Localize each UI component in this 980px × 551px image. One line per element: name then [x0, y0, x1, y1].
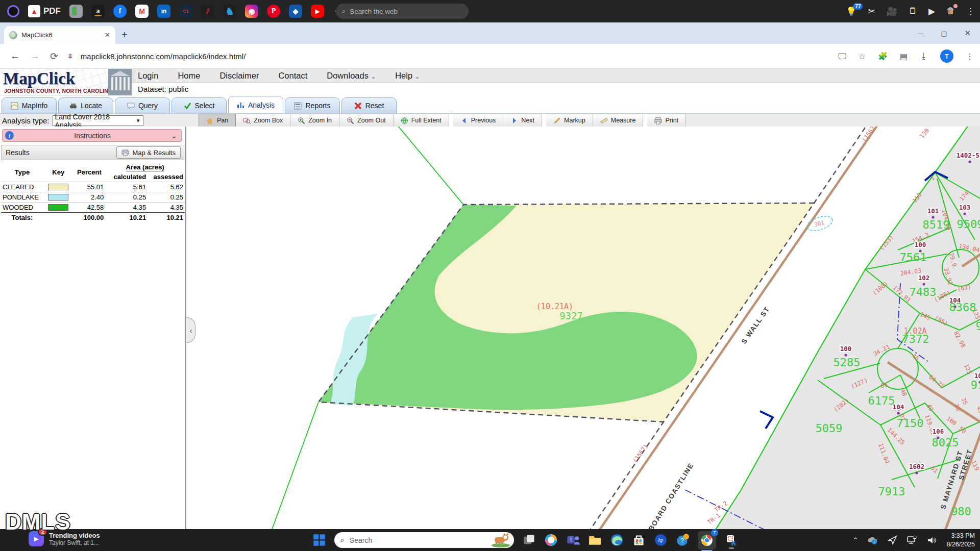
- file-explorer-icon[interactable]: [588, 533, 602, 547]
- full-extent-button[interactable]: Full Extent: [394, 114, 449, 127]
- clipboard-icon[interactable]: 🗒: [909, 6, 917, 16]
- tab-query[interactable]: Query: [115, 97, 170, 113]
- nav-home[interactable]: Home: [178, 71, 200, 81]
- running-app-indicator: [729, 547, 734, 549]
- facebook-icon[interactable]: f: [113, 5, 127, 18]
- zoom-out-button[interactable]: Zoom Out: [339, 114, 394, 127]
- copilot-icon[interactable]: [544, 533, 558, 547]
- edge-icon[interactable]: [610, 533, 624, 547]
- start-button[interactable]: [312, 533, 326, 547]
- tab-mapinfo[interactable]: MapInfo: [2, 97, 57, 113]
- ideas-icon[interactable]: 💡77: [846, 6, 856, 17]
- capital-one-icon[interactable]: C1: [179, 5, 192, 18]
- trash-icon[interactable]: 🗑: [946, 6, 955, 16]
- hp-support-icon[interactable]: ?: [676, 533, 690, 547]
- browser-tab[interactable]: MapClick6 ✕: [4, 26, 115, 44]
- tab-reset[interactable]: Reset: [341, 97, 397, 113]
- map-label: 301: [814, 219, 825, 229]
- tab-favicon: [9, 31, 17, 39]
- barclays-icon[interactable]: ♞: [223, 5, 236, 18]
- markup-button[interactable]: Markup: [546, 114, 593, 127]
- hp-icon[interactable]: hp: [654, 533, 668, 547]
- measure-button[interactable]: Measure: [593, 114, 644, 127]
- web-search-input[interactable]: ⌕ Search the web: [336, 4, 469, 19]
- onedrive-cloud-icon[interactable]: i: [867, 536, 878, 545]
- tray-chevron-icon[interactable]: ⌃: [852, 536, 858, 544]
- gmail-icon[interactable]: M: [135, 5, 149, 18]
- bank-of-america-icon[interactable]: ⫽: [201, 5, 214, 18]
- task-view-icon[interactable]: [522, 533, 536, 547]
- browser-tab-strip: MapClick6 ✕ + — ▢ ✕: [0, 22, 980, 44]
- scissors-icon[interactable]: ✂: [868, 6, 875, 17]
- tab-close-icon[interactable]: ✕: [105, 31, 110, 39]
- nav-help[interactable]: Help⌄: [395, 71, 420, 81]
- pinterest-icon[interactable]: P: [267, 5, 280, 18]
- extensions-puzzle-icon[interactable]: 🧩: [878, 52, 888, 61]
- video-camera-icon[interactable]: 🎥: [887, 6, 897, 17]
- zoom-out-icon: [347, 117, 354, 124]
- teams-icon[interactable]: T: [566, 533, 580, 547]
- window-maximize-button[interactable]: ▢: [941, 30, 947, 37]
- play-circle-icon[interactable]: ▶: [928, 6, 935, 17]
- map-label: 7150: [897, 417, 924, 430]
- zoom-in-button[interactable]: Zoom In: [290, 114, 339, 127]
- nav-downloads[interactable]: Downloads⌄: [327, 71, 376, 81]
- tab-analysis[interactable]: Analysis: [228, 96, 283, 113]
- microsoft-store-icon[interactable]: [632, 533, 646, 547]
- window-close-button[interactable]: ✕: [964, 29, 971, 38]
- nav-login[interactable]: Login: [138, 71, 158, 81]
- bookmark-star-icon[interactable]: ☆: [859, 52, 866, 61]
- analysis-type-select[interactable]: Land Cover 2018 Analysis ▼: [53, 115, 143, 126]
- search-icon: ⌕: [342, 7, 346, 15]
- print-button[interactable]: Print: [647, 114, 686, 127]
- amazon-icon[interactable]: a: [91, 5, 105, 18]
- map-label: 5285: [834, 356, 861, 369]
- site-settings-icon[interactable]: ⩨: [68, 52, 72, 61]
- instagram-icon[interactable]: ◉: [245, 5, 258, 18]
- map-and-results-button[interactable]: Map & Results: [116, 146, 181, 159]
- network-icon[interactable]: [906, 536, 918, 545]
- chase-icon[interactable]: ◈: [289, 5, 302, 18]
- tray-clock[interactable]: 3:33 PM 8/26/2025: [946, 532, 975, 549]
- downloads-icon[interactable]: ⭳: [920, 52, 928, 61]
- map-label: 7372: [902, 333, 929, 345]
- install-icon[interactable]: 🖵: [838, 52, 846, 61]
- url-text[interactable]: mapclick8.johnstonnc.com/mapclick6/index…: [81, 52, 246, 61]
- map-viewport[interactable]: 130(1567)1150174204.86(153)154.3134.0429…: [187, 127, 980, 529]
- instructions-bar[interactable]: i Instructions ⌄: [2, 129, 182, 142]
- pan-button[interactable]: Pan: [199, 114, 236, 127]
- results-label: Results: [6, 148, 30, 157]
- location-icon[interactable]: [888, 535, 897, 545]
- tab-reports[interactable]: Reports: [285, 97, 340, 113]
- snipping-tool-icon[interactable]: [724, 533, 738, 547]
- chrome-icon[interactable]: T: [698, 531, 716, 549]
- next-button[interactable]: Next: [503, 114, 542, 127]
- app-ring-icon[interactable]: [7, 5, 19, 17]
- back-icon[interactable]: ←: [10, 51, 20, 62]
- desktop-app-icon[interactable]: [69, 5, 83, 18]
- new-tab-button[interactable]: +: [121, 29, 128, 41]
- browser-menu-icon[interactable]: ⋮: [966, 52, 974, 61]
- side-panel-icon[interactable]: ▤: [900, 52, 908, 61]
- nav-disclaimer[interactable]: Disclaimer: [219, 71, 259, 81]
- youtube-icon[interactable]: ▶: [311, 5, 324, 18]
- adobe-pdf-shortcut[interactable]: ▲ PDF: [28, 5, 61, 17]
- map-label: 7483: [910, 286, 937, 298]
- property-line: [270, 402, 318, 529]
- reload-icon[interactable]: ⟳: [50, 51, 58, 62]
- profile-avatar[interactable]: T: [940, 49, 953, 63]
- mapclick-logo[interactable]: MapClick JOHNSTON COUNTY, NORTH CAROLINA: [0, 69, 132, 95]
- nav-contact[interactable]: Contact: [278, 71, 307, 81]
- window-minimize-button[interactable]: —: [917, 30, 923, 37]
- taskbar-search-input[interactable]: ⌕ Search: [334, 532, 514, 548]
- tab-select[interactable]: Select: [172, 97, 227, 113]
- previous-button[interactable]: Previous: [453, 114, 504, 127]
- tab-locate[interactable]: Locate: [58, 97, 113, 113]
- chevron-down-icon[interactable]: ⌄: [171, 132, 177, 140]
- forward-icon[interactable]: →: [30, 51, 40, 62]
- linkedin-icon[interactable]: in: [157, 5, 170, 18]
- overflow-menu-icon[interactable]: ⋮: [966, 6, 975, 17]
- zoom-box-button[interactable]: Zoom Box: [236, 114, 290, 127]
- volume-icon[interactable]: [927, 536, 937, 545]
- map-label: 9: [975, 320, 980, 333]
